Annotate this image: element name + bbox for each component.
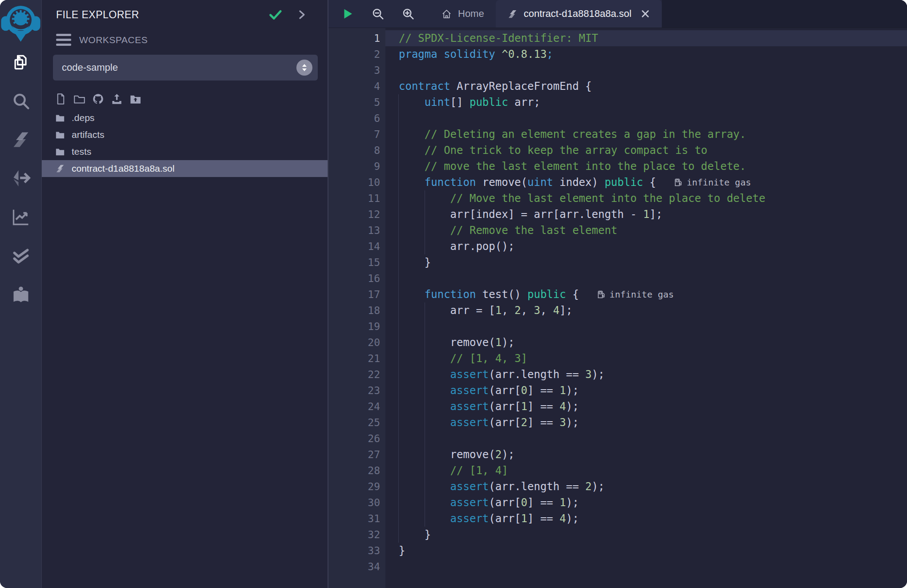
upload-file-button[interactable]: [111, 93, 123, 105]
line-number: 33: [328, 543, 385, 559]
file-explorer-header: FILE EXPLORER: [42, 0, 328, 22]
code-line: 3: [328, 62, 907, 78]
code-text: }: [385, 527, 907, 543]
chart-icon: [11, 207, 31, 227]
editor-area: Homecontract-d1a8818a8a.sol 1// SPDX-Lic…: [328, 0, 907, 588]
workspace-select[interactable]: code-sample: [53, 55, 318, 81]
code-line: 18 arr = [1, 2, 3, 4];: [328, 302, 907, 318]
code-line: 24 assert(arr[1] == 4);: [328, 399, 907, 415]
code-text: // One trick to keep the array compact i…: [385, 142, 907, 158]
code-text: contract ArrayReplaceFromEnd {: [385, 78, 907, 94]
rail-item-solidity-compiler[interactable]: [0, 120, 41, 159]
line-number: 7: [328, 126, 385, 142]
rail-item-deploy-run[interactable]: [0, 159, 41, 197]
code-text: assert(arr[2] == 3);: [385, 415, 907, 431]
line-number: 20: [328, 334, 385, 350]
line-number: 27: [328, 447, 385, 463]
close-icon[interactable]: [640, 9, 650, 19]
code-editor[interactable]: 1// SPDX-License-Identifier: MIT2pragma …: [328, 28, 907, 588]
rail-item-learneth[interactable]: [0, 275, 41, 314]
file-tree: .depsartifactstestscontract-d1a8818a8a.s…: [42, 109, 328, 177]
gas-estimate-badge: infinite gas: [597, 286, 674, 302]
upload-folder-icon: [130, 93, 142, 105]
explorer-actions: [42, 93, 328, 105]
line-number: 2: [328, 46, 385, 62]
zoom-in-icon: [401, 7, 415, 20]
panel-chevron-right-icon[interactable]: [296, 9, 307, 20]
code-text: // [1, 4, 3]: [385, 350, 907, 366]
tree-item-contract-d1a8818a8a.sol[interactable]: contract-d1a8818a8a.sol: [42, 160, 328, 177]
remix-logo[interactable]: [0, 0, 41, 43]
line-number: 3: [328, 62, 385, 78]
rail-item-search[interactable]: [0, 81, 41, 120]
github-icon: [92, 93, 104, 105]
upload-folder-button[interactable]: [130, 93, 142, 105]
tab-Home[interactable]: Home: [430, 0, 496, 28]
rail-item-statistics[interactable]: [0, 197, 41, 236]
code-text: // [1, 4]: [385, 463, 907, 479]
tree-item-artifacts[interactable]: artifacts: [42, 126, 328, 143]
tabbar-empty-space: [662, 0, 907, 28]
code-line: 16: [328, 270, 907, 286]
code-text: // SPDX-License-Identifier: MIT: [385, 30, 907, 46]
create-file-button[interactable]: [55, 93, 67, 105]
line-number: 34: [328, 559, 385, 575]
icon-rail: [0, 0, 42, 588]
line-number: 11: [328, 190, 385, 206]
code-line: 23 assert(arr[0] == 1);: [328, 383, 907, 399]
tree-item-label: artifacts: [72, 129, 105, 140]
clone-github-button[interactable]: [92, 93, 104, 105]
search-icon: [11, 91, 31, 111]
tab-label: Home: [458, 8, 484, 20]
workspaces-menu-icon[interactable]: [56, 34, 71, 46]
zoom-in-button[interactable]: [401, 7, 415, 20]
line-number: 8: [328, 142, 385, 158]
tree-item-label: tests: [72, 146, 91, 157]
code-text: uint[] public arr;: [385, 94, 907, 110]
tree-item-tests[interactable]: tests: [42, 143, 328, 160]
folder-icon: [55, 147, 65, 157]
code-line: 6: [328, 110, 907, 126]
new-folder-icon: [73, 93, 85, 105]
tree-item-label: contract-d1a8818a8a.sol: [72, 163, 174, 174]
code-line: 21 // [1, 4, 3]: [328, 350, 907, 366]
create-folder-button[interactable]: [73, 93, 85, 105]
code-line: 27 remove(2);: [328, 447, 907, 463]
rail-item-file-explorer[interactable]: [0, 43, 41, 81]
run-button[interactable]: [341, 7, 354, 20]
line-number: 21: [328, 350, 385, 366]
code-line: 32 }: [328, 527, 907, 543]
line-number: 29: [328, 479, 385, 495]
tree-item-.deps[interactable]: .deps: [42, 109, 328, 126]
code-line: 19: [328, 318, 907, 334]
tab-contract-d1a8818a8a.sol[interactable]: contract-d1a8818a8a.sol: [496, 0, 662, 28]
code-line: 2pragma solidity ^0.8.13;: [328, 46, 907, 62]
code-text: // Remove the last element: [385, 222, 907, 238]
code-line: 8 // One trick to keep the array compact…: [328, 142, 907, 158]
line-number: 6: [328, 110, 385, 126]
line-number: 1: [328, 30, 385, 46]
code-text: }: [385, 543, 907, 559]
rail-item-static-analysis[interactable]: [0, 236, 41, 275]
code-line: 25 assert(arr[2] == 3);: [328, 415, 907, 431]
code-text: function remove(uint index) public {infi…: [385, 174, 907, 190]
code-line: 17 function test() public {infinite gas: [328, 286, 907, 302]
code-text: [385, 559, 907, 575]
code-line: 1// SPDX-License-Identifier: MIT: [328, 30, 907, 46]
upload-file-icon: [111, 93, 123, 105]
code-line: 9 // move the last element into the plac…: [328, 158, 907, 174]
code-text: [385, 431, 907, 447]
play-icon: [341, 7, 354, 20]
workspace-ok-icon[interactable]: [268, 7, 283, 22]
select-arrows-icon: [296, 60, 312, 76]
double-check-icon: [11, 246, 31, 266]
zoom-out-button[interactable]: [371, 7, 385, 20]
deploy-icon: [11, 169, 31, 188]
code-text: remove(1);: [385, 334, 907, 350]
icon-rail-items: [0, 43, 41, 314]
line-number: 5: [328, 94, 385, 110]
code-text: [385, 318, 907, 334]
code-text: [385, 62, 907, 78]
code-text: remove(2);: [385, 447, 907, 463]
line-number: 14: [328, 238, 385, 254]
